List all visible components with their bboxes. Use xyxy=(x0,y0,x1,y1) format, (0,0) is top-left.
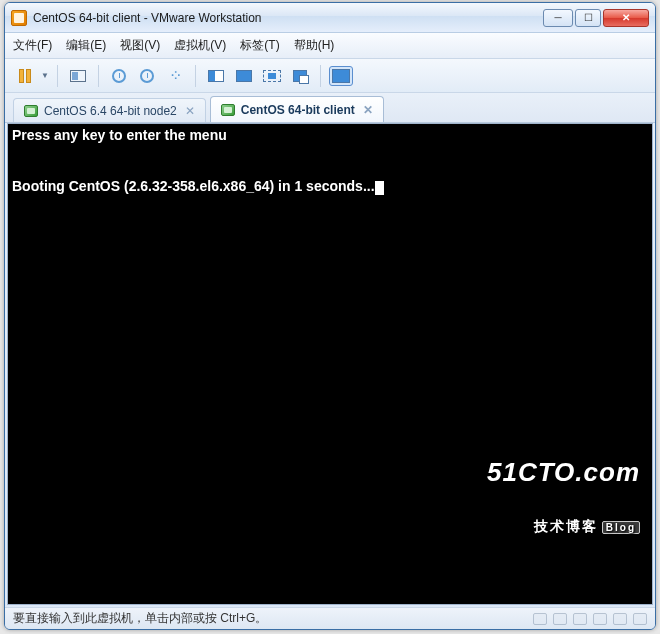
snapshot-revert-button[interactable] xyxy=(135,64,159,88)
console-line: Press any key to enter the menu xyxy=(12,127,227,143)
tab-close-button[interactable]: ✕ xyxy=(185,104,195,118)
device-net-icon[interactable] xyxy=(573,613,587,625)
unity-button[interactable] xyxy=(288,64,312,88)
statusbar: 要直接输入到此虚拟机，单击内部或按 Ctrl+G。 xyxy=(5,607,655,629)
seamless-button[interactable] xyxy=(260,64,284,88)
device-cd-icon[interactable] xyxy=(553,613,567,625)
tab-vm-node2[interactable]: CentOS 6.4 64-bit node2 ✕ xyxy=(13,98,206,122)
minimize-button[interactable]: ─ xyxy=(543,9,573,27)
app-window: CentOS 64-bit client - VMware Workstatio… xyxy=(4,2,656,630)
menu-tabs[interactable]: 标签(T) xyxy=(240,37,279,54)
seamless-icon xyxy=(263,70,281,82)
menu-help[interactable]: 帮助(H) xyxy=(294,37,335,54)
toolbar: ▼ ⁘ xyxy=(5,59,655,93)
watermark-brand: 51CTO.com xyxy=(487,457,640,488)
close-button[interactable]: ✕ xyxy=(603,9,649,27)
console-view-icon xyxy=(332,69,350,83)
tab-close-button[interactable]: ✕ xyxy=(363,103,373,117)
clock-revert-icon xyxy=(140,69,154,83)
toolbar-separator xyxy=(195,65,196,87)
snapshot-new-button[interactable] xyxy=(107,64,131,88)
snapshot-manage-icon: ⁘ xyxy=(169,66,182,85)
status-text: 要直接输入到此虚拟机，单击内部或按 Ctrl+G。 xyxy=(13,610,267,627)
tab-label: CentOS 64-bit client xyxy=(241,103,355,117)
menu-vm[interactable]: 虚拟机(V) xyxy=(174,37,226,54)
window-title: CentOS 64-bit client - VMware Workstatio… xyxy=(33,11,262,25)
vm-icon xyxy=(24,105,38,117)
snapshot-icon xyxy=(70,70,86,82)
status-icons xyxy=(533,613,647,625)
vm-console[interactable]: Press any key to enter the menu Booting … xyxy=(7,123,653,605)
vm-icon xyxy=(221,104,235,116)
pause-button[interactable] xyxy=(13,64,37,88)
toolbar-separator xyxy=(57,65,58,87)
menubar: 文件(F) 编辑(E) 视图(V) 虚拟机(V) 标签(T) 帮助(H) xyxy=(5,33,655,59)
fit-guest-button[interactable] xyxy=(204,64,228,88)
toolbar-separator xyxy=(320,65,321,87)
fullscreen-icon xyxy=(236,70,252,82)
fit-guest-icon xyxy=(208,70,224,82)
pause-icon xyxy=(19,69,31,83)
snapshot-manage-button[interactable]: ⁘ xyxy=(163,64,187,88)
device-printer-icon[interactable] xyxy=(633,613,647,625)
device-sound-icon[interactable] xyxy=(613,613,627,625)
toolbar-separator xyxy=(98,65,99,87)
device-usb-icon[interactable] xyxy=(593,613,607,625)
console-line: Booting CentOS (2.6.32-358.el6.x86_64) i… xyxy=(12,178,375,194)
fullscreen-button[interactable] xyxy=(232,64,256,88)
titlebar[interactable]: CentOS 64-bit client - VMware Workstatio… xyxy=(5,3,655,33)
window-controls: ─ ☐ ✕ xyxy=(543,9,649,27)
watermark: 51CTO.com 技术博客Blog xyxy=(487,425,640,568)
watermark-sub: 技术博客Blog xyxy=(487,518,640,536)
app-icon xyxy=(11,10,27,26)
power-dropdown[interactable]: ▼ xyxy=(41,71,49,80)
text-cursor xyxy=(375,181,384,195)
device-hdd-icon[interactable] xyxy=(533,613,547,625)
tab-label: CentOS 6.4 64-bit node2 xyxy=(44,104,177,118)
unity-icon xyxy=(293,70,307,82)
menu-edit[interactable]: 编辑(E) xyxy=(66,37,106,54)
tabbar: CentOS 6.4 64-bit node2 ✕ CentOS 64-bit … xyxy=(5,93,655,123)
menu-file[interactable]: 文件(F) xyxy=(13,37,52,54)
clock-new-icon xyxy=(112,69,126,83)
watermark-badge: Blog xyxy=(602,521,640,534)
console-view-button[interactable] xyxy=(329,66,353,86)
maximize-button[interactable]: ☐ xyxy=(575,9,601,27)
menu-view[interactable]: 视图(V) xyxy=(120,37,160,54)
tab-vm-client[interactable]: CentOS 64-bit client ✕ xyxy=(210,96,384,122)
snapshot-take-button[interactable] xyxy=(66,64,90,88)
